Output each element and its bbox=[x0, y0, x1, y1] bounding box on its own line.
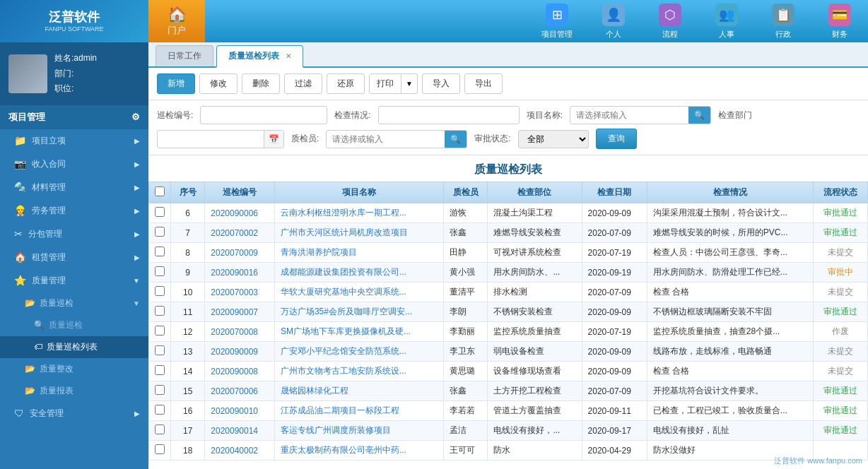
patrol-list-label: 质量巡检列表 bbox=[47, 341, 98, 353]
select-all-checkbox[interactable] bbox=[155, 186, 165, 196]
sidebar-sub-item-report[interactable]: 📂 质量报表 bbox=[0, 380, 148, 402]
project-name-search-button[interactable]: 🔍 bbox=[688, 107, 710, 124]
row-inspector: 黄小强 bbox=[444, 263, 488, 283]
row-project-name[interactable]: SM广场地下车库更换摄像机及硬... bbox=[274, 322, 443, 342]
import-button[interactable]: 导入 bbox=[422, 73, 460, 94]
row-checkbox[interactable] bbox=[149, 302, 171, 322]
tab-close-icon[interactable]: ✕ bbox=[286, 52, 291, 60]
row-patrol-no[interactable]: 2020090016 bbox=[205, 263, 275, 283]
row-checkbox[interactable] bbox=[149, 401, 171, 421]
new-button[interactable]: 新增 bbox=[157, 73, 195, 94]
print-dropdown-button[interactable]: ▼ bbox=[401, 73, 418, 94]
row-checkbox[interactable] bbox=[149, 223, 171, 243]
row-checkbox[interactable] bbox=[149, 283, 171, 302]
restore-button[interactable]: 还原 bbox=[327, 73, 365, 94]
inspector-input[interactable] bbox=[327, 131, 445, 147]
row-project-name[interactable]: 江苏成品油二期项目一标段工程 bbox=[274, 401, 443, 421]
row-check-date: 2020-09-11 bbox=[582, 401, 647, 421]
row-project-name[interactable]: 广州市天河区统计局机房改造项目 bbox=[274, 223, 443, 243]
sidebar-sub-item-rectify[interactable]: 📂 质量整改 bbox=[0, 358, 148, 380]
name-value: admin bbox=[74, 53, 97, 63]
sidebar-item-project[interactable]: 📁 项目立项 ▶ bbox=[0, 129, 148, 153]
row-patrol-no[interactable]: 2020090006 bbox=[205, 203, 275, 223]
sidebar-section-label: 项目管理 bbox=[8, 111, 45, 124]
sidebar-sub-sub-patrol-check[interactable]: 🔍 质量巡检 bbox=[0, 314, 148, 336]
check-status-input[interactable] bbox=[378, 106, 520, 124]
sidebar-item-quality[interactable]: ⭐ 质量管理 ▼ bbox=[0, 269, 148, 292]
row-project-name[interactable]: 华软大厦研究基地中央空调系统... bbox=[274, 283, 443, 302]
calendar-icon[interactable]: 📅 bbox=[264, 131, 283, 148]
user-details: 姓名:admin 部门: 职位: bbox=[54, 51, 97, 97]
edit-button[interactable]: 修改 bbox=[199, 73, 237, 94]
row-project-name[interactable]: 客运专线广州调度所装修项目 bbox=[274, 421, 443, 441]
row-check-dept: 防水 bbox=[488, 441, 582, 461]
name-label: 姓名: bbox=[54, 53, 74, 63]
row-patrol-no[interactable]: 2020090009 bbox=[205, 342, 275, 362]
sidebar-sub-sub-patrol-list[interactable]: 🏷 质量巡检列表 bbox=[0, 336, 148, 358]
delete-button[interactable]: 删除 bbox=[242, 73, 280, 94]
tab-patrol-list[interactable]: 质量巡检列表 ✕ bbox=[216, 45, 303, 68]
patrol-no-input[interactable] bbox=[200, 106, 327, 124]
project-name-input-wrap: 🔍 bbox=[570, 106, 711, 124]
row-check-dept: 管道土方覆盖抽查 bbox=[488, 401, 582, 421]
query-button[interactable]: 查询 bbox=[596, 129, 637, 149]
row-checkbox[interactable] bbox=[149, 243, 171, 263]
nav-item-hr[interactable]: 👥 人事 bbox=[698, 0, 755, 42]
inspector-search-button[interactable]: 🔍 bbox=[445, 131, 467, 148]
row-checkbox[interactable] bbox=[149, 362, 171, 381]
row-seq: 7 bbox=[171, 223, 205, 243]
tab-daily-label: 日常工作 bbox=[168, 51, 201, 61]
row-patrol-no[interactable]: 2020090007 bbox=[205, 302, 275, 322]
nav-item-admin[interactable]: 📋 行政 bbox=[755, 0, 811, 42]
tab-daily-work[interactable]: 日常工作 bbox=[156, 45, 213, 66]
row-checkbox[interactable] bbox=[149, 342, 171, 362]
row-checkbox[interactable] bbox=[149, 263, 171, 283]
row-inspector: 王可可 bbox=[444, 441, 488, 461]
row-patrol-no[interactable]: 2020070002 bbox=[205, 223, 275, 243]
row-checkbox[interactable] bbox=[149, 322, 171, 342]
sidebar-item-rental[interactable]: 🏠 租赁管理 ▶ bbox=[0, 246, 148, 269]
row-project-name[interactable]: 广安邓小平纪念馆安全防范系统... bbox=[274, 342, 443, 362]
row-patrol-no[interactable]: 2020070009 bbox=[205, 243, 275, 263]
sidebar-item-income[interactable]: 📷 收入合同 ▶ bbox=[0, 153, 148, 176]
row-patrol-no[interactable]: 2020070006 bbox=[205, 381, 275, 401]
nav-item-person[interactable]: 👤 个人 bbox=[585, 0, 642, 42]
row-patrol-no[interactable]: 2020090010 bbox=[205, 401, 275, 421]
sidebar-sub-item-patrol-label: 质量巡检 bbox=[40, 297, 74, 309]
approve-status-select[interactable]: 全部 审批通过 未提交 审批中 作废 bbox=[518, 130, 589, 148]
row-checkbox[interactable] bbox=[149, 203, 171, 223]
project-name-input[interactable] bbox=[570, 107, 688, 123]
sidebar-item-material[interactable]: 🔩 材料管理 ▶ bbox=[0, 176, 148, 199]
nav-home[interactable]: 🏠 门户 bbox=[148, 0, 205, 42]
sidebar-section-proj-mgmt[interactable]: 项目管理 ⚙ bbox=[0, 105, 148, 129]
sidebar-item-labor[interactable]: 👷 劳务管理 ▶ bbox=[0, 199, 148, 222]
row-checkbox[interactable] bbox=[149, 441, 171, 461]
row-check-date: 2020-09-09 bbox=[582, 203, 647, 223]
sidebar-item-subcontract[interactable]: ✂ 分包管理 ▶ bbox=[0, 222, 148, 246]
sidebar-sub-item-report-label: 质量报表 bbox=[40, 385, 74, 397]
row-project-name[interactable]: 万达广场35#会所及咖啡厅空调安... bbox=[274, 302, 443, 322]
row-patrol-no[interactable]: 2020070003 bbox=[205, 283, 275, 302]
export-button[interactable]: 导出 bbox=[464, 73, 503, 94]
row-project-name[interactable]: 重庆太极制药有限公司亳州中药... bbox=[274, 441, 443, 461]
row-project-name[interactable]: 广州市文物考古工地安防系统设... bbox=[274, 362, 443, 381]
sidebar-item-safety[interactable]: 🛡 安全管理 ▶ bbox=[0, 402, 148, 425]
filter-button[interactable]: 过滤 bbox=[284, 73, 322, 94]
sidebar-sub-item-patrol[interactable]: 📂 质量巡检 ▼ bbox=[0, 292, 148, 314]
row-project-name[interactable]: 云南水利枢纽澄明水库一期工程... bbox=[274, 203, 443, 223]
date-input[interactable] bbox=[158, 131, 264, 147]
row-patrol-no[interactable]: 2020090008 bbox=[205, 362, 275, 381]
row-patrol-no[interactable]: 2020090014 bbox=[205, 421, 275, 441]
row-project-name[interactable]: 成都能源建设集团投资有限公司... bbox=[274, 263, 443, 283]
row-project-name[interactable]: 青海洪湖养护院项目 bbox=[274, 243, 443, 263]
row-seq: 6 bbox=[171, 203, 205, 223]
row-patrol-no[interactable]: 2020070008 bbox=[205, 322, 275, 342]
row-project-name[interactable]: 晟铭园林绿化工程 bbox=[274, 381, 443, 401]
row-checkbox[interactable] bbox=[149, 421, 171, 441]
nav-item-proj[interactable]: ⊞ 项目管理 bbox=[529, 0, 585, 42]
row-checkbox[interactable] bbox=[149, 381, 171, 401]
nav-item-finance[interactable]: 💳 财务 bbox=[811, 0, 868, 42]
row-patrol-no[interactable]: 2020040002 bbox=[205, 441, 275, 461]
nav-item-flow[interactable]: ⬡ 流程 bbox=[642, 0, 698, 42]
print-button[interactable]: 打印 bbox=[369, 73, 401, 94]
